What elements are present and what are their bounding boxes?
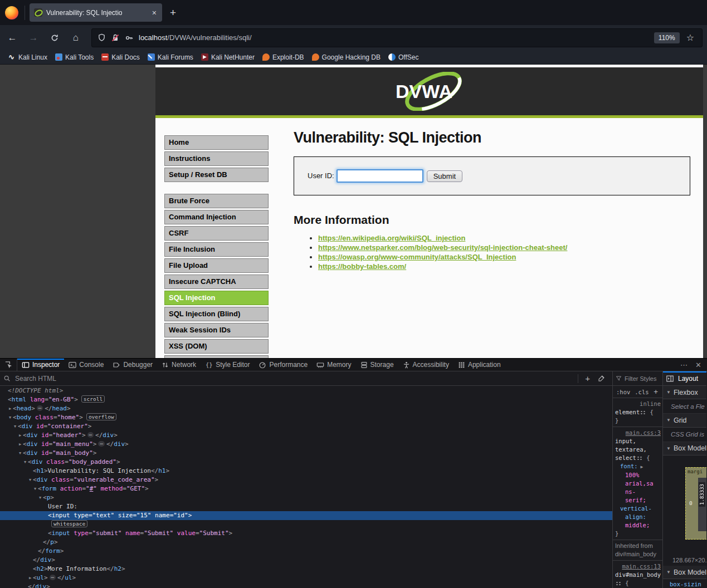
node-badge[interactable]: overflow <box>86 413 116 420</box>
menu-item-home[interactable]: Home <box>164 135 269 150</box>
box-model-properties-header[interactable]: ▼ Box Model <box>663 566 706 579</box>
devtools-tab-performance[interactable]: Performance <box>254 359 312 371</box>
external-link[interactable]: https://www.netsparker.com/blog/web-secu… <box>318 243 567 252</box>
class-toggle[interactable]: .cls <box>635 389 649 395</box>
markup-row[interactable]: <html lang="en-GB">scroll <box>0 395 612 404</box>
markup-row[interactable]: <input type="text" size="15" name="id"> <box>0 511 612 520</box>
user-id-input[interactable] <box>337 169 423 183</box>
new-tab-button[interactable]: + <box>170 7 176 19</box>
expand-arrow-icon[interactable]: ▼ <box>37 493 43 502</box>
layout-tab-header[interactable]: Layout <box>663 371 706 386</box>
markup-row[interactable]: </div> <box>0 556 612 565</box>
insecure-lock-icon[interactable] <box>111 33 120 42</box>
home-button[interactable]: ⌂ <box>67 29 85 47</box>
markup-row[interactable]: <h1>Vulnerability: SQL Injection</h1> <box>0 467 612 476</box>
markup-row[interactable]: ▶<div id="main_menu">⋯</div> <box>0 440 612 449</box>
menu-item-instructions[interactable]: Instructions <box>164 151 269 166</box>
markup-row[interactable]: </div> <box>0 582 612 588</box>
devtools-tab-console[interactable]: Console <box>64 359 108 371</box>
grid-toggle-icon[interactable] <box>640 410 646 415</box>
markup-row[interactable]: ▼<form action="#" method="GET"> <box>0 484 612 493</box>
markup-row[interactable]: ▶<div id="header">⋯</div> <box>0 431 612 440</box>
inline-expander-icon[interactable]: ⋯ <box>50 575 56 580</box>
border-left-value[interactable]: 1.83333 <box>699 482 705 507</box>
node-badge[interactable]: scroll <box>81 395 105 403</box>
url-bar[interactable]: localhost/DVWA/vulnerabilities/sqli/ 110… <box>91 28 703 47</box>
zoom-level-badge[interactable]: 110% <box>654 32 680 43</box>
menu-item-command-injection[interactable]: Command Injection <box>164 210 269 224</box>
margin-left-value[interactable]: 0 <box>689 500 693 506</box>
markup-row[interactable]: User ID: <box>0 502 612 511</box>
bookmark-kali-nethunter[interactable]: Kali NetHunter <box>197 52 259 62</box>
markup-row[interactable]: <input type="submit" name="Submit" value… <box>0 529 612 538</box>
expand-arrow-icon[interactable]: ▶ <box>17 440 23 449</box>
menu-item-sql-injection[interactable]: SQL Injection <box>164 291 269 305</box>
devtools-tab-accessibility[interactable]: Accessibility <box>398 359 454 371</box>
menu-item-brute-force[interactable]: Brute Force <box>164 194 269 208</box>
markup-row[interactable]: ▼<p> <box>0 493 612 502</box>
node-badge[interactable]: whitespace <box>51 520 87 527</box>
inline-expander-icon[interactable]: ⋯ <box>37 405 43 411</box>
devtools-menu-icon[interactable]: ⋯ <box>677 361 691 369</box>
devtools-tab-storage[interactable]: Storage <box>356 359 398 371</box>
flexbox-section-header[interactable]: ▼ Flexbox <box>663 386 706 399</box>
firefox-icon[interactable] <box>5 6 18 19</box>
forward-button[interactable]: → <box>25 29 42 47</box>
pick-element-icon[interactable] <box>0 359 17 371</box>
expand-arrow-icon[interactable]: ▼ <box>22 458 28 467</box>
menu-item-xss-dom[interactable]: XSS (DOM) <box>164 339 269 354</box>
expand-arrow-icon[interactable]: ▶ <box>17 431 23 440</box>
devtools-close-icon[interactable]: ✕ <box>692 361 705 369</box>
markup-row[interactable]: </p> <box>0 538 612 547</box>
back-button[interactable]: ← <box>3 29 21 47</box>
bookmark-exploit-db[interactable]: Exploit-DB <box>259 52 308 62</box>
devtools-tab-style-editor[interactable]: {}Style Editor <box>201 359 254 371</box>
markup-row[interactable]: whitespace <box>0 520 612 529</box>
expand-arrow-icon[interactable]: ▼ <box>7 413 13 422</box>
devtools-tab-network[interactable]: Network <box>157 359 201 371</box>
rules-filter-row[interactable]: Filter Styles <box>613 371 662 386</box>
markup-row[interactable]: ▶<head>⋯</head> <box>0 404 612 413</box>
url-text[interactable]: localhost/DVWA/vulnerabilities/sqli/ <box>139 33 252 42</box>
reload-button[interactable] <box>46 29 64 47</box>
expand-arrow-icon[interactable]: ▼ <box>17 449 23 458</box>
markup-row[interactable]: ▶<ul>⋯</ul> <box>0 574 612 582</box>
markup-row[interactable]: ▼<div id="main_body"> <box>0 449 612 458</box>
inline-expander-icon[interactable]: ⋯ <box>87 432 94 438</box>
key-icon[interactable] <box>125 33 134 42</box>
markup-row[interactable]: <!DOCTYPE html> <box>0 386 612 395</box>
expand-arrow-icon[interactable]: ▶ <box>27 574 33 582</box>
markup-row[interactable]: ▼<body class="home">overflow <box>0 413 612 422</box>
markup-row[interactable]: ▼<div id="container"> <box>0 422 612 431</box>
external-link[interactable]: https://owasp.org/www-community/attacks/… <box>318 253 516 261</box>
devtools-tab-debugger[interactable]: Debugger <box>108 359 157 371</box>
add-rule-icon[interactable]: + <box>654 388 659 396</box>
box-model-border-region[interactable]: 1.83333 0 <box>698 478 706 531</box>
shield-icon[interactable] <box>97 33 106 42</box>
browser-tab[interactable]: Vulnerability: SQL Injectio × <box>30 3 162 22</box>
grid-toggle-icon[interactable] <box>637 456 642 460</box>
box-model-margin-region[interactable]: margi 0 1.83333 0 <box>685 467 706 540</box>
menu-item-setup-reset-db[interactable]: Setup / Reset DB <box>164 168 269 182</box>
bookmark-kali-forums[interactable]: Kali Forums <box>144 52 197 62</box>
bookmark-offsec[interactable]: OffSec <box>384 52 422 62</box>
markup-row[interactable]: <h2>More Information</h2> <box>0 565 612 574</box>
sidebar-toggle-icon[interactable] <box>666 375 674 382</box>
bookmark-kali-tools[interactable]: Kali Tools <box>51 52 97 62</box>
markup-row[interactable]: </form> <box>0 547 612 556</box>
submit-button[interactable]: Submit <box>427 170 462 182</box>
inline-expander-icon[interactable]: ⋯ <box>98 441 104 447</box>
pseudo-class-toggle[interactable]: :hov <box>616 389 630 395</box>
expand-arrow-icon[interactable]: ▼ <box>12 422 18 431</box>
external-link[interactable]: https://bobby-tables.com/ <box>318 262 406 271</box>
markup-row[interactable]: ▼<div class="vulnerable_code_area"> <box>0 476 612 484</box>
grid-toggle-icon[interactable] <box>616 581 621 586</box>
stylesheet-link[interactable]: main.css:3 <box>626 429 661 436</box>
bookmark-star-icon[interactable]: ☆ <box>686 32 694 43</box>
markup-row[interactable]: ▼<div class="body_padded"> <box>0 458 612 467</box>
tab-close-icon[interactable]: × <box>151 8 158 17</box>
bookmark-kali-linux[interactable]: ∿Kali Linux <box>4 52 51 62</box>
devtools-tab-inspector[interactable]: Inspector <box>17 359 64 371</box>
expand-arrow-icon[interactable]: ▼ <box>27 476 33 484</box>
menu-item-file-inclusion[interactable]: File Inclusion <box>164 242 269 257</box>
